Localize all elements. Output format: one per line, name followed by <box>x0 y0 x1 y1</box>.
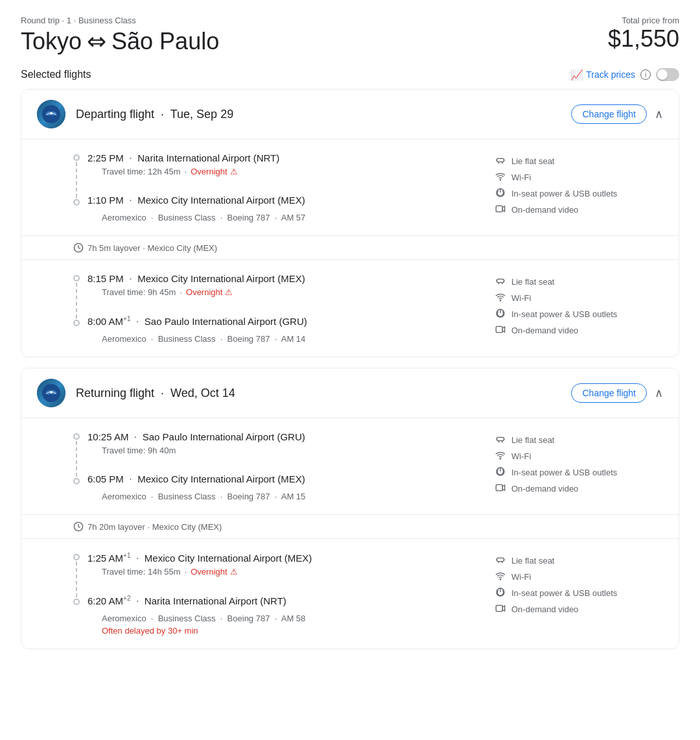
warning-triangle-icon: ⚠ <box>225 287 233 297</box>
amenity-text: Wi-Fi <box>511 572 531 582</box>
stop-dashed-line <box>76 441 77 477</box>
amenity-item: On-demand video <box>495 324 663 337</box>
dot-sep3: · <box>129 195 132 206</box>
depart-airport: Mexico City International Airport (MEX) <box>137 273 305 284</box>
svg-point-1 <box>50 112 52 115</box>
overnight-badge: Overnight ⚠ <box>186 287 233 297</box>
change-flight-button[interactable]: Change flight <box>571 383 647 403</box>
amenity-wifi-icon <box>495 450 506 462</box>
segment-content: 10:25 AM · Sao Paulo International Airpo… <box>73 431 663 501</box>
collapse-icon[interactable]: ∧ <box>655 107 663 121</box>
track-prices-link[interactable]: 📈 Track prices <box>570 69 635 81</box>
amenity-text: In-seat power & USB outlets <box>511 468 617 477</box>
flight-header-right: Change flight ∧ <box>571 383 663 403</box>
amenities-list: Lie flat seat Wi-Fi In-seat power & USB … <box>495 152 663 216</box>
dot-sep3: · <box>136 316 139 327</box>
arrive-time: 1:10 PM <box>88 195 124 206</box>
depart-time: 10:25 AM <box>88 431 128 442</box>
amenity-text: Lie flat seat <box>511 435 555 445</box>
amenity-item: Wi-Fi <box>495 571 663 583</box>
flight-header-departing: Departing flight · Tue, Sep 29 Change fl… <box>21 90 679 139</box>
amenity-item: Lie flat seat <box>495 555 663 567</box>
depart-time-row: 2:25 PM · Narita International Airport (… <box>88 152 495 164</box>
svg-rect-8 <box>497 279 504 282</box>
depart-time-row: 10:25 AM · Sao Paulo International Airpo… <box>88 431 495 443</box>
flight-segment: 1:25 AM+1 · Mexico City International Ai… <box>21 538 679 649</box>
depart-time-row: 1:25 AM+1 · Mexico City International Ai… <box>88 552 495 564</box>
flight-segment: 8:15 PM · Mexico City International Airp… <box>21 259 679 357</box>
svg-rect-6 <box>496 206 502 211</box>
stop-dashed-line <box>76 283 77 318</box>
amenity-item: Wi-Fi <box>495 171 663 184</box>
warning-triangle-icon: ⚠ <box>230 567 238 577</box>
amenity-video-icon <box>495 483 506 495</box>
arrive-time-row: 1:10 PM · Mexico City International Airp… <box>88 195 495 206</box>
layover-icon <box>73 243 84 253</box>
amenities-list: Lie flat seat Wi-Fi In-seat power & USB … <box>495 273 663 337</box>
layover-row: 7h 20m layover · Mexico City (MEX) <box>21 514 679 538</box>
travel-time-row: Travel time: 9h 45m · Overnight ⚠ <box>102 287 495 297</box>
stop-dashed-line <box>76 162 77 198</box>
flight-card-departing: Departing flight · Tue, Sep 29 Change fl… <box>21 89 679 357</box>
depart-time-row: 8:15 PM · Mexico City International Airp… <box>88 273 495 285</box>
svg-rect-2 <box>497 158 504 161</box>
stop-indicator-depart <box>73 431 80 484</box>
flight-segment: 10:25 AM · Sao Paulo International Airpo… <box>21 418 679 514</box>
layover-icon <box>73 521 84 532</box>
amenity-item: Wi-Fi <box>495 450 663 462</box>
depart-airport: Sao Paulo International Airport (GRU) <box>143 431 305 442</box>
arrive-time-row: 6:05 PM · Mexico City International Airp… <box>88 473 495 485</box>
travel-time-row: Travel time: 9h 40m <box>102 446 495 455</box>
travel-time-text: Travel time: 9h 45m <box>102 287 176 297</box>
amenity-item: Lie flat seat <box>495 155 663 167</box>
stop-circle-depart <box>73 154 80 161</box>
depart-airport: Narita International Airport (NRT) <box>137 152 279 163</box>
dot-sep3: · <box>129 473 132 484</box>
amenity-text: Lie flat seat <box>511 277 555 287</box>
amenity-video-icon <box>495 603 506 615</box>
layover-text: 7h 5m layover · Mexico City (MEX) <box>88 243 217 253</box>
arrive-time-row: 6:20 AM+2 · Narita International Airport… <box>88 595 495 607</box>
arrive-time-row: 8:00 AM+1 · Sao Paulo International Airp… <box>88 315 495 328</box>
collapse-icon[interactable]: ∧ <box>655 386 663 400</box>
amenity-text: Lie flat seat <box>511 156 555 166</box>
overnight-badge: Overnight ⚠ <box>191 567 237 577</box>
stop-times: 10:25 AM · Sao Paulo International Airpo… <box>88 431 495 501</box>
header-right: Total price from $1,550 <box>608 16 679 53</box>
arrive-airport: Mexico City International Airport (MEX) <box>137 195 305 206</box>
amenity-power-icon <box>495 308 506 320</box>
svg-rect-21 <box>497 558 504 561</box>
segment-left: 1:25 AM+1 · Mexico City International Ai… <box>73 552 495 636</box>
depart-row: 1:25 AM+1 · Mexico City International Ai… <box>73 552 495 636</box>
track-prices-toggle[interactable] <box>656 68 679 81</box>
svg-rect-19 <box>496 484 502 490</box>
track-prices-area: 📈 Track prices i <box>570 68 679 81</box>
flight-header-left: Departing flight · Tue, Sep 29 <box>37 100 233 128</box>
airline-logo <box>37 379 65 407</box>
toggle-knob <box>657 69 668 80</box>
depart-airport: Mexico City International Airport (MEX) <box>145 553 312 564</box>
stop-circle-arrive <box>73 478 80 484</box>
amenity-power-icon <box>495 187 506 200</box>
amenity-item: On-demand video <box>495 603 663 615</box>
amenity-text: Lie flat seat <box>511 556 555 566</box>
amenity-item: In-seat power & USB outlets <box>495 187 663 200</box>
arrive-airport: Mexico City International Airport (MEX) <box>137 473 305 484</box>
arrive-airport: Narita International Airport (NRT) <box>145 595 286 606</box>
svg-point-16 <box>500 459 500 459</box>
amenity-seat-icon <box>495 155 506 167</box>
svg-point-14 <box>50 391 52 394</box>
amenity-item: In-seat power & USB outlets <box>495 466 663 479</box>
stop-indicator-depart <box>73 552 80 605</box>
selected-flights-label: Selected flights <box>21 69 91 80</box>
stop-circle-arrive <box>73 199 80 206</box>
dot-sep1: · <box>134 431 137 442</box>
change-flight-button[interactable]: Change flight <box>571 104 647 124</box>
flight-type-title: Returning flight · Wed, Oct 14 <box>76 387 235 400</box>
depart-row: 10:25 AM · Sao Paulo International Airpo… <box>73 431 495 501</box>
amenity-item: In-seat power & USB outlets <box>495 308 663 320</box>
segment-content: 8:15 PM · Mexico City International Airp… <box>73 273 663 344</box>
stop-times: 2:25 PM · Narita International Airport (… <box>88 152 495 222</box>
flight-type-title: Departing flight · Tue, Sep 29 <box>76 108 233 121</box>
track-prices-info-icon[interactable]: i <box>640 69 651 80</box>
